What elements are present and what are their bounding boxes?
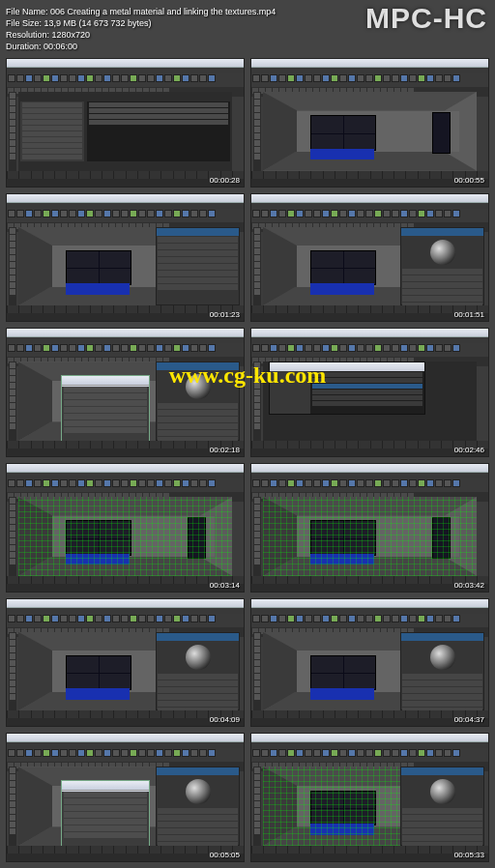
thumbnail[interactable]: 00:03:14 xyxy=(6,463,245,593)
toolbox-button[interactable] xyxy=(10,396,15,402)
timeline[interactable] xyxy=(7,576,244,584)
toolbar-button[interactable] xyxy=(208,74,216,82)
toolbox-button[interactable] xyxy=(254,532,260,537)
toolbox-button[interactable] xyxy=(254,694,260,700)
toolbar-button[interactable] xyxy=(313,344,321,352)
toolbar-button[interactable] xyxy=(313,615,321,622)
toolbox-button[interactable] xyxy=(10,248,15,254)
toolbar-button[interactable] xyxy=(86,615,94,622)
timeline[interactable] xyxy=(251,171,488,179)
toolbar-button[interactable] xyxy=(138,344,146,352)
toolbox-strip[interactable] xyxy=(253,92,261,171)
toolbar-button[interactable] xyxy=(287,74,295,82)
toolbox-strip[interactable] xyxy=(9,227,16,306)
toolbar-button[interactable] xyxy=(164,479,172,487)
toolbar-button[interactable] xyxy=(392,615,399,622)
toolbar-button[interactable] xyxy=(25,210,33,217)
toolbox-button[interactable] xyxy=(10,781,15,787)
toolbar-button[interactable] xyxy=(173,344,181,352)
toolbar-button[interactable] xyxy=(182,615,189,622)
toolbar-button[interactable] xyxy=(261,344,269,352)
toolbar-button[interactable] xyxy=(287,749,295,757)
toolbox-button[interactable] xyxy=(254,687,260,693)
toolbox-button[interactable] xyxy=(10,100,15,105)
toolbar-button[interactable] xyxy=(252,615,260,622)
toolbar-button[interactable] xyxy=(60,749,68,757)
toolbar-button[interactable] xyxy=(357,74,364,82)
toolbox-button[interactable] xyxy=(10,511,15,517)
toolbar-button[interactable] xyxy=(418,344,425,352)
toolbar-button[interactable] xyxy=(305,74,312,82)
toolbox-button[interactable] xyxy=(254,647,260,652)
toolbox-button[interactable] xyxy=(10,154,15,159)
toolbar-button[interactable] xyxy=(199,479,207,487)
toolbar-button[interactable] xyxy=(444,74,451,82)
toolbar-button[interactable] xyxy=(77,74,85,82)
thumbnail[interactable]: 00:01:23 xyxy=(6,193,245,323)
toolbar-button[interactable] xyxy=(121,74,129,82)
toolbar-button[interactable] xyxy=(208,210,216,217)
toolbar[interactable] xyxy=(251,614,488,627)
toolbar-button[interactable] xyxy=(278,749,286,757)
toolbar-button[interactable] xyxy=(418,74,425,82)
toolbar-button[interactable] xyxy=(348,479,356,487)
toolbar-button[interactable] xyxy=(190,210,198,217)
toolbar-button[interactable] xyxy=(418,615,425,622)
toolbar-button[interactable] xyxy=(86,749,94,757)
toolbar-button[interactable] xyxy=(452,479,460,487)
toolbox-button[interactable] xyxy=(254,396,260,402)
toolbar-button[interactable] xyxy=(43,615,50,622)
toolbar-button[interactable] xyxy=(452,74,460,82)
toolbar-button[interactable] xyxy=(322,615,330,622)
toolbox-button[interactable] xyxy=(10,518,15,524)
toolbar-button[interactable] xyxy=(112,210,120,217)
toolbar-button[interactable] xyxy=(34,749,42,757)
toolbox-button[interactable] xyxy=(10,822,15,827)
toolbar-button[interactable] xyxy=(208,615,216,622)
toolbar-button[interactable] xyxy=(147,210,155,217)
toolbox-button[interactable] xyxy=(254,518,260,524)
toolbox-button[interactable] xyxy=(254,674,260,680)
toolbox-strip[interactable] xyxy=(253,227,261,306)
toolbox-button[interactable] xyxy=(10,538,15,544)
toolbox-strip[interactable] xyxy=(9,632,16,711)
toolbar-button[interactable] xyxy=(77,479,85,487)
toolbar-button[interactable] xyxy=(138,74,146,82)
toolbar-button[interactable] xyxy=(426,479,434,487)
toolbar-button[interactable] xyxy=(339,210,347,217)
toolbar-button[interactable] xyxy=(147,74,155,82)
toolbox-button[interactable] xyxy=(10,694,15,700)
toolbar-button[interactable] xyxy=(322,479,330,487)
toolbox-button[interactable] xyxy=(10,828,15,834)
toolbox-button[interactable] xyxy=(254,417,260,422)
toolbar-button[interactable] xyxy=(130,74,137,82)
toolbar-button[interactable] xyxy=(252,749,260,757)
toolbar-button[interactable] xyxy=(418,479,425,487)
toolbar-button[interactable] xyxy=(409,749,417,757)
toolbox-button[interactable] xyxy=(254,815,260,821)
toolbar-button[interactable] xyxy=(77,344,85,352)
toolbox-strip[interactable] xyxy=(9,92,16,171)
toolbar-button[interactable] xyxy=(287,210,295,217)
toolbar-button[interactable] xyxy=(278,479,286,487)
toolbox-button[interactable] xyxy=(254,248,260,254)
thumbnail[interactable]: 00:04:09 xyxy=(6,598,245,728)
toolbar-button[interactable] xyxy=(305,479,312,487)
toolbox-button[interactable] xyxy=(254,795,260,800)
toolbar-button[interactable] xyxy=(435,74,443,82)
toolbar-button[interactable] xyxy=(278,615,286,622)
toolbar-button[interactable] xyxy=(305,210,312,217)
toolbox-button[interactable] xyxy=(10,147,15,153)
viewport-scene[interactable] xyxy=(18,497,232,576)
toolbar-button[interactable] xyxy=(103,749,111,757)
toolbar-button[interactable] xyxy=(69,210,76,217)
toolbar-button[interactable] xyxy=(34,74,42,82)
toolbar-button[interactable] xyxy=(182,74,189,82)
toolbar-button[interactable] xyxy=(365,210,373,217)
timeline[interactable] xyxy=(7,305,244,313)
toolbar-button[interactable] xyxy=(199,344,207,352)
toolbar-button[interactable] xyxy=(25,615,33,622)
toolbar-button[interactable] xyxy=(69,615,76,622)
toolbox-strip[interactable] xyxy=(9,497,16,576)
toolbar-button[interactable] xyxy=(365,615,373,622)
